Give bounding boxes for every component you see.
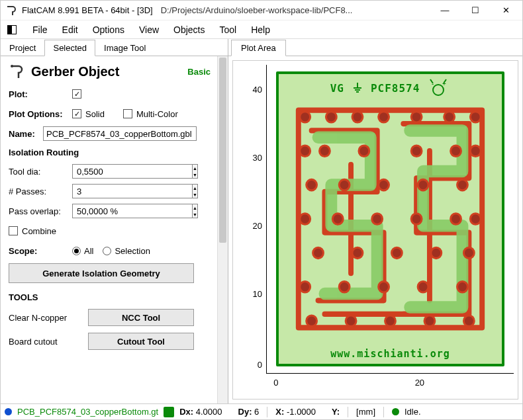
menu-edit[interactable]: Edit xyxy=(56,22,85,37)
scope-selection-label: Selection xyxy=(115,246,150,256)
svg-point-0 xyxy=(11,65,13,67)
dx-label: Dx: xyxy=(179,407,193,417)
svg-point-26 xyxy=(451,214,461,224)
silk-chip: PCF8574 xyxy=(371,82,420,95)
mode-label[interactable]: Basic xyxy=(187,67,211,77)
idle-dot-icon xyxy=(392,408,399,415)
menu-file[interactable]: File xyxy=(26,22,54,37)
menu-objects[interactable]: Objects xyxy=(167,22,211,37)
svg-point-35 xyxy=(379,282,389,292)
x-label: X: xyxy=(275,407,284,417)
plot-canvas[interactable]: 40 30 20 10 0 0 20 VG PCF8574 -+ w xyxy=(232,60,518,399)
menu-help[interactable]: Help xyxy=(244,22,277,37)
file-path: D:/Projects/Arduino/sloeber-workspace-li… xyxy=(161,5,430,15)
menu-options[interactable]: Options xyxy=(86,22,131,37)
down-arrow-icon[interactable]: ▼ xyxy=(193,211,197,218)
gerber-title: Gerber Object xyxy=(31,64,187,79)
generate-isolation-button[interactable]: Generate Isolation Geometry xyxy=(9,263,194,283)
units-label: [mm] xyxy=(356,407,375,417)
passes-spinner[interactable]: ▲▼ xyxy=(72,184,189,198)
down-arrow-icon[interactable]: ▼ xyxy=(193,191,197,198)
bee-icon: -+ xyxy=(426,78,450,98)
svg-point-24 xyxy=(372,214,383,224)
status-grid-icon[interactable] xyxy=(164,407,174,417)
overlap-label: Pass overlap: xyxy=(9,206,72,216)
y-tick: 40 xyxy=(253,85,262,95)
svg-point-20 xyxy=(418,179,428,190)
toggle-icon[interactable] xyxy=(7,25,17,34)
svg-point-27 xyxy=(470,214,481,224)
passes-input[interactable] xyxy=(72,184,192,198)
svg-text:+: + xyxy=(442,80,446,87)
isolation-heading: Isolation Routing xyxy=(9,147,222,157)
up-arrow-icon[interactable]: ▲ xyxy=(193,165,197,171)
overlap-spinner[interactable]: ▲▼ xyxy=(72,204,189,218)
svg-point-14 xyxy=(411,146,422,156)
svg-point-28 xyxy=(313,247,324,258)
svg-point-29 xyxy=(352,247,363,258)
silk-url: www.mischianti.org xyxy=(279,348,502,360)
app-title: FlatCAM 8.991 BETA - 64bit - [3D] xyxy=(22,5,161,15)
x-value: -1.0000 xyxy=(287,407,316,417)
plot-label: Plot: xyxy=(9,89,72,99)
close-button[interactable]: ✕ xyxy=(491,1,521,20)
svg-point-12 xyxy=(320,146,330,156)
scope-label: Scope: xyxy=(9,246,72,256)
svg-point-31 xyxy=(431,247,442,258)
tools-heading: TOOLS xyxy=(9,292,222,302)
scope-selection-radio[interactable] xyxy=(103,247,111,255)
svg-point-42 xyxy=(463,315,474,326)
tab-selected[interactable]: Selected xyxy=(44,40,95,56)
plot-area[interactable]: VG PCF8574 -+ www.mischianti.org xyxy=(266,65,514,374)
tooldia-input[interactable] xyxy=(72,164,192,179)
ncc-label: Clear N-copper xyxy=(9,313,88,323)
svg-point-15 xyxy=(451,146,461,156)
tab-image-tool[interactable]: Image Tool xyxy=(95,40,154,56)
cutout-tool-button[interactable]: Cutout Tool xyxy=(88,333,194,350)
tab-plot-area[interactable]: Plot Area xyxy=(231,40,286,56)
svg-point-16 xyxy=(470,146,481,156)
cutout-label: Board cutout xyxy=(9,337,88,347)
combine-label: Combine xyxy=(22,226,56,236)
y-axis: 40 30 20 10 0 xyxy=(233,65,266,374)
scope-all-radio[interactable] xyxy=(72,247,81,255)
scrollbar[interactable] xyxy=(217,56,228,403)
svg-point-32 xyxy=(463,247,474,258)
tab-project[interactable]: Project xyxy=(1,40,44,56)
left-tabs: Project Selected Image Tool xyxy=(1,39,228,56)
y-tick: 30 xyxy=(253,153,262,163)
ncc-tool-button[interactable]: NCC Tool xyxy=(88,309,194,326)
svg-point-41 xyxy=(424,315,435,326)
x-tick: 20 xyxy=(415,378,424,388)
plot-checkbox[interactable] xyxy=(72,89,81,99)
x-tick: 0 xyxy=(273,378,278,388)
svg-point-36 xyxy=(418,282,428,292)
right-panel: Plot Area 40 30 20 10 0 0 20 VG PCF8574 xyxy=(228,39,522,403)
multicolor-checkbox[interactable] xyxy=(123,109,132,118)
svg-point-7 xyxy=(379,112,389,122)
svg-point-10 xyxy=(470,112,481,122)
overlap-input[interactable] xyxy=(72,204,192,218)
combine-checkbox[interactable] xyxy=(9,226,18,235)
dy-label: Dy: xyxy=(238,407,252,417)
minimize-button[interactable]: — xyxy=(430,1,460,20)
app-icon xyxy=(5,4,18,17)
tooldia-spinner[interactable]: ▲▼ xyxy=(72,164,189,179)
menu-tool[interactable]: Tool xyxy=(213,22,244,37)
up-arrow-icon[interactable]: ▲ xyxy=(193,204,197,211)
svg-point-19 xyxy=(379,179,389,190)
menubar: File Edit Options View Objects Tool Help xyxy=(1,21,522,39)
up-arrow-icon[interactable]: ▲ xyxy=(193,185,197,191)
svg-point-21 xyxy=(457,179,468,190)
down-arrow-icon[interactable]: ▼ xyxy=(193,171,197,178)
name-input[interactable] xyxy=(43,126,197,141)
solid-checkbox[interactable] xyxy=(72,109,81,118)
x-axis: 0 20 xyxy=(266,375,514,391)
menu-view[interactable]: View xyxy=(132,22,166,37)
maximize-button[interactable]: ☐ xyxy=(460,1,491,20)
name-label: Name: xyxy=(9,129,43,139)
status-file: PCB_PCF8574_03_copperBottom.gt xyxy=(17,407,158,417)
svg-point-6 xyxy=(352,112,363,122)
scrollbar-thumb[interactable] xyxy=(219,58,226,243)
svg-text:-: - xyxy=(432,80,434,87)
